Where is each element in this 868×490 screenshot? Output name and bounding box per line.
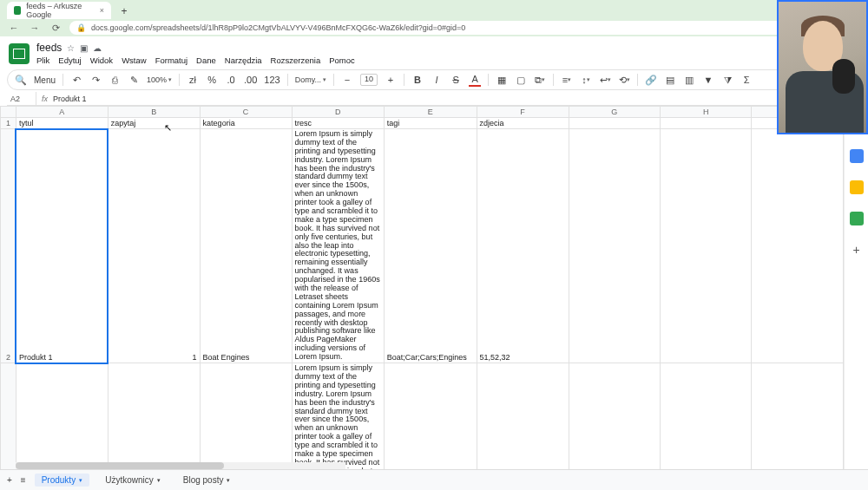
size-minus[interactable]: −	[341, 73, 353, 87]
undo-icon[interactable]: ↶	[70, 73, 82, 87]
borders-icon[interactable]: ▢	[515, 73, 527, 87]
menu-widok[interactable]: Widok	[90, 56, 113, 65]
name-box[interactable]: A2	[7, 92, 36, 105]
text-color-icon[interactable]: A	[469, 73, 481, 87]
cell[interactable]: Produkt 2	[16, 363, 108, 469]
doc-title[interactable]: feeds	[36, 42, 62, 54]
menu-wstaw[interactable]: Wstaw	[122, 56, 147, 65]
menu-edytuj[interactable]: Edytuj	[58, 56, 81, 65]
filter-icon[interactable]: ▼	[702, 73, 714, 87]
menu-pomoc[interactable]: Pomoc	[329, 56, 355, 65]
sheets-logo-icon[interactable]	[9, 43, 30, 64]
select-all-cell[interactable]	[1, 107, 16, 118]
menu-dane[interactable]: Dane	[196, 56, 216, 65]
cell[interactable]: zdjecia	[477, 118, 569, 129]
sheet-tab-uzytkownicy[interactable]: Użytkownicy▾	[98, 474, 168, 487]
italic-icon[interactable]: I	[431, 73, 443, 87]
cell[interactable]: 33,34,35	[477, 363, 569, 469]
paint-format-icon[interactable]: ✎	[128, 73, 140, 87]
close-icon[interactable]: ×	[100, 6, 104, 15]
menu-narzedzia[interactable]: Narzędzia	[225, 56, 262, 65]
forward-icon[interactable]: →	[28, 21, 42, 35]
row-header[interactable]: 3	[1, 363, 16, 469]
cell[interactable]	[752, 363, 844, 469]
cell[interactable]: kategoria	[200, 118, 292, 129]
cell-active[interactable]: Produkt 1	[16, 129, 108, 363]
cell[interactable]: Lorem Ipsum is simply dummy text of the …	[292, 363, 384, 469]
cell[interactable]: tytul	[16, 118, 108, 129]
col-header[interactable]: C	[200, 107, 292, 118]
strike-icon[interactable]: S	[450, 73, 462, 87]
spreadsheet-grid[interactable]: A B C D E F G H I 1 tytul zapytaj katego…	[0, 106, 844, 469]
cell[interactable]	[569, 118, 660, 129]
cell[interactable]: Boat Engines	[200, 129, 292, 363]
sheet-tab-blogposty[interactable]: Blog posty▾	[176, 474, 238, 487]
filter2-icon[interactable]: ⧩	[721, 73, 733, 87]
back-icon[interactable]: ←	[7, 21, 21, 35]
bold-icon[interactable]: B	[411, 73, 424, 87]
calendar-icon[interactable]	[850, 149, 864, 163]
valign-icon[interactable]: ↕▾	[580, 73, 592, 87]
formula-value[interactable]: Produkt 1	[53, 95, 87, 103]
currency-icon[interactable]: zł	[187, 73, 199, 87]
sheet-tab-produkty[interactable]: Produkty▾	[35, 474, 89, 487]
dec-decrease-icon[interactable]: .0	[225, 73, 237, 87]
cell[interactable]: 1	[108, 363, 200, 469]
cell[interactable]: 1	[108, 129, 200, 363]
size-plus[interactable]: +	[385, 73, 397, 87]
cloud-icon[interactable]: ☁	[93, 43, 102, 53]
menu-plik[interactable]: Plik	[36, 56, 49, 65]
cell[interactable]	[569, 363, 660, 469]
row-header[interactable]: 1	[1, 118, 16, 129]
menu-formatuj[interactable]: Formatuj	[155, 56, 187, 65]
keep-icon[interactable]	[850, 180, 864, 194]
url-bar[interactable]: 🔒 docs.google.com/spreadsheets/d/1lhR8pP…	[69, 21, 805, 35]
col-header[interactable]: E	[384, 107, 477, 118]
menu-rozszerzenia[interactable]: Rozszerzenia	[271, 56, 321, 65]
dec-increase-icon[interactable]: .00	[244, 73, 257, 87]
cell[interactable]	[752, 129, 844, 363]
reload-icon[interactable]: ⟳	[49, 21, 62, 35]
row-header[interactable]: 2	[1, 129, 16, 363]
merge-icon[interactable]: ⧉▾	[534, 73, 546, 87]
col-header[interactable]: B	[108, 107, 200, 118]
star-outline-icon[interactable]: ☆	[67, 43, 75, 53]
cell[interactable]	[661, 118, 752, 129]
link-icon[interactable]: 🔗	[645, 73, 657, 87]
num-format-icon[interactable]: 123	[264, 73, 279, 87]
horizontal-scrollbar[interactable]	[16, 462, 345, 469]
add-sheet-button[interactable]: +	[7, 475, 12, 485]
rotate-icon[interactable]: ⟲▾	[618, 73, 630, 87]
cell[interactable]: 51,52,32	[477, 129, 569, 363]
comment-icon[interactable]: ▤	[664, 73, 676, 87]
menu-label[interactable]: Menu	[34, 75, 56, 85]
search-icon[interactable]: 🔍	[15, 73, 27, 87]
font-size-input[interactable]: 10	[360, 74, 378, 86]
cell[interactable]	[661, 363, 752, 469]
cell[interactable]: Boat;Car;Cars;Engines	[384, 129, 477, 363]
fill-color-icon[interactable]: ▦	[496, 73, 508, 87]
col-header[interactable]: A	[16, 107, 108, 118]
cell[interactable]	[569, 129, 660, 363]
tasks-icon[interactable]	[850, 212, 864, 225]
browser-tab[interactable]: feeds – Arkusze Google ×	[7, 2, 111, 19]
cell[interactable]: tresc	[292, 118, 384, 129]
cell[interactable]: Lorem Ipsum is simply dummy text of the …	[292, 129, 384, 363]
chart-icon[interactable]: ▥	[683, 73, 695, 87]
print-icon[interactable]: ⎙	[108, 73, 121, 87]
cell[interactable]: zapytaj	[108, 118, 200, 129]
col-header[interactable]: G	[569, 107, 660, 118]
col-header[interactable]: D	[292, 107, 384, 118]
move-icon[interactable]: ▣	[80, 43, 88, 53]
cell[interactable]	[661, 129, 752, 363]
functions-icon[interactable]: Σ	[740, 73, 753, 87]
zoom-select[interactable]: 100%▾	[147, 75, 172, 84]
col-header[interactable]: F	[477, 107, 569, 118]
halign-icon[interactable]: ≡▾	[561, 73, 573, 87]
wrap-icon[interactable]: ↩▾	[599, 73, 611, 87]
add-panel-icon[interactable]: +	[850, 243, 864, 257]
all-sheets-icon[interactable]: ≡	[21, 475, 26, 485]
new-tab-button[interactable]: +	[116, 3, 132, 19]
redo-icon[interactable]: ↷	[89, 73, 102, 87]
cell[interactable]: Boat Engines	[200, 363, 292, 469]
